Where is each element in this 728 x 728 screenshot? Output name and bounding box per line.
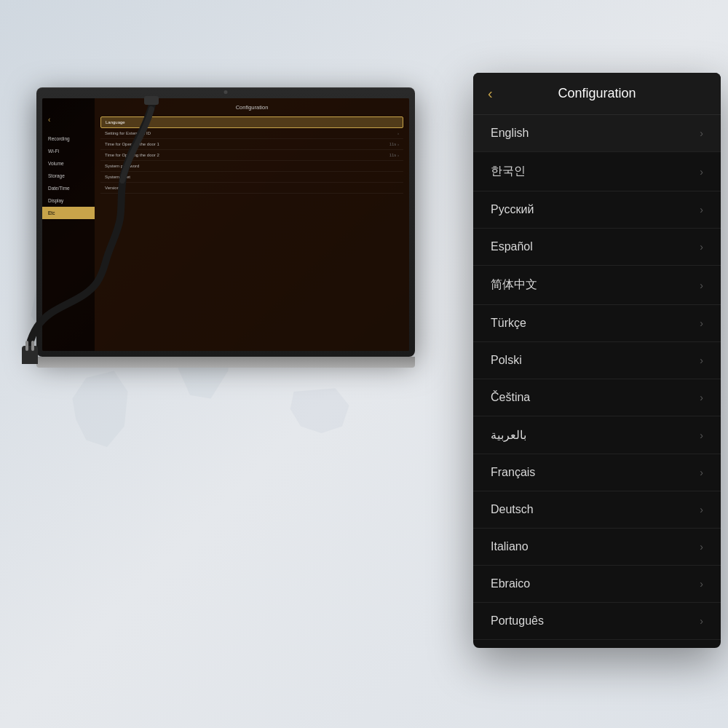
device-container: ‹ Recording Wi-Fi Volume Storage Date/Ti…	[22, 87, 444, 597]
config-item-label-arabic: بالعربية	[491, 428, 526, 442]
config-header: ‹ Configuration	[473, 73, 721, 115]
svg-rect-0	[22, 346, 38, 364]
config-item-label-chinese: 简体中文	[491, 277, 537, 293]
config-item-chevron-hebrew: ›	[700, 578, 703, 590]
config-item-label-german: Deutsch	[491, 503, 534, 516]
screen-door1-value: 11s ›	[389, 142, 399, 146]
svg-rect-2	[31, 341, 34, 351]
config-item-chevron-german: ›	[700, 504, 703, 515]
config-panel-title: Configuration	[488, 86, 706, 101]
config-item-label-hebrew: Ebraico	[491, 577, 530, 590]
config-item-korean[interactable]: 한국인›	[473, 152, 721, 191]
config-item-label-turkish: Türkçe	[491, 317, 526, 330]
config-item-spanish[interactable]: Español›	[473, 229, 721, 266]
power-cable	[22, 87, 328, 364]
svg-rect-1	[25, 341, 28, 351]
config-item-portuguese[interactable]: Português›	[473, 603, 721, 640]
config-item-arabic[interactable]: بالعربية›	[473, 416, 721, 454]
config-item-russian[interactable]: Русский›	[473, 191, 721, 229]
config-panel: ‹ Configuration English›한국인›Русский›Espa…	[473, 73, 721, 648]
config-item-chevron-english: ›	[700, 127, 703, 139]
config-item-czech[interactable]: Čeština›	[473, 379, 721, 416]
config-item-chevron-russian: ›	[700, 204, 703, 215]
config-item-label-russian: Русский	[491, 203, 534, 216]
config-item-chevron-spanish: ›	[700, 241, 703, 253]
config-item-label-spanish: Español	[491, 240, 533, 253]
config-item-chevron-korean: ›	[700, 166, 703, 178]
config-item-chevron-arabic: ›	[700, 430, 703, 441]
config-item-label-czech: Čeština	[491, 391, 530, 404]
config-item-polish[interactable]: Polski›	[473, 342, 721, 379]
screen-door2-value: 11s ›	[389, 153, 399, 157]
config-item-chevron-french: ›	[700, 467, 703, 478]
config-item-label-portuguese: Português	[491, 614, 544, 628]
config-item-german[interactable]: Deutsch›	[473, 491, 721, 529]
config-item-chevron-chinese: ›	[700, 280, 703, 291]
config-item-chevron-turkish: ›	[700, 317, 703, 329]
screen-extension-chevron: ›	[397, 131, 399, 135]
config-back-button[interactable]: ‹	[488, 85, 493, 102]
config-item-label-french: Français	[491, 466, 535, 479]
config-item-chinese[interactable]: 简体中文›	[473, 266, 721, 305]
config-item-chevron-czech: ›	[700, 392, 703, 403]
config-item-turkish[interactable]: Türkçe›	[473, 305, 721, 342]
config-item-english[interactable]: English›	[473, 115, 721, 152]
config-item-hebrew[interactable]: Ebraico›	[473, 566, 721, 603]
config-item-label-italian: Italiano	[491, 540, 529, 553]
config-item-label-korean: 한국인	[491, 164, 526, 179]
config-item-italian[interactable]: Italiano›	[473, 529, 721, 566]
config-item-chevron-italian: ›	[700, 541, 703, 553]
svg-rect-3	[144, 96, 159, 105]
config-item-french[interactable]: Français›	[473, 454, 721, 491]
config-language-list: English›한국인›Русский›Español›简体中文›Türkçe›…	[473, 115, 721, 640]
config-item-label-polish: Polski	[491, 354, 522, 367]
config-item-chevron-portuguese: ›	[700, 615, 703, 627]
config-item-chevron-polish: ›	[700, 355, 703, 366]
config-item-label-english: English	[491, 127, 529, 140]
